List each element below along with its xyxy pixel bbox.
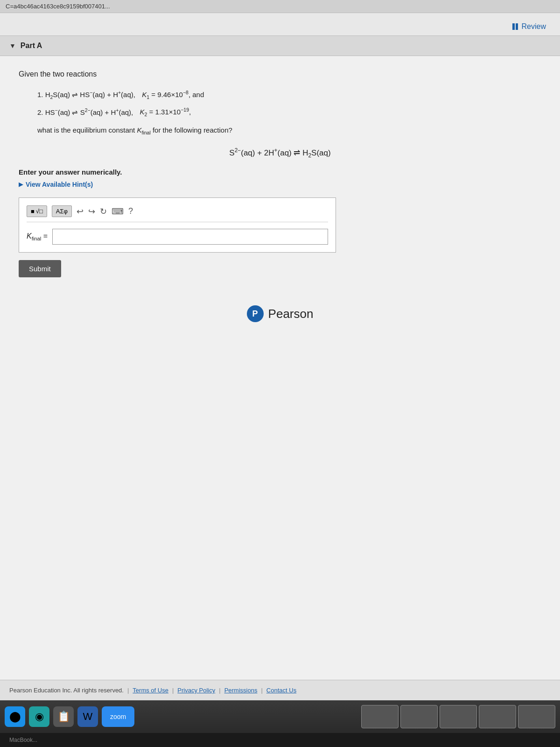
taskbar-thumb-1[interactable]	[361, 705, 399, 728]
footer-contact-link[interactable]: Contact Us	[266, 687, 296, 694]
enter-answer-label: Enter your answer numerically.	[19, 168, 541, 176]
part-toggle[interactable]: ▼	[9, 42, 16, 49]
taskbar-previews	[361, 705, 555, 728]
taskbar-finder-icon[interactable]: ⬤	[5, 706, 25, 727]
sqrt-label: √□	[36, 208, 43, 215]
taskbar-zoom-icon[interactable]: zoom	[102, 706, 134, 727]
macbook-label: MacBook...	[9, 737, 37, 743]
taskbar-thumb-3[interactable]	[440, 705, 477, 728]
answer-box: ■ √□ AΣφ ↩ ↪ ↻ ⌨ ? Kfinal =	[19, 197, 336, 253]
part-header: ▼ Part A	[0, 35, 560, 56]
footer-privacy-link[interactable]: Privacy Policy	[177, 687, 215, 694]
help-button[interactable]: ?	[128, 206, 133, 216]
ase-label: AΣφ	[56, 208, 68, 215]
reaction-2: 2. HS−(aq) ⇌ S2−(aq) + H+(aq), K2 = 1.31…	[37, 105, 541, 120]
taskbar-thumb-4[interactable]	[479, 705, 516, 728]
what-question: what is the equilibrium constant Kfinal …	[37, 123, 541, 138]
reaction-1: 1. H2S(aq) ⇌ HS−(aq) + H+(aq), K1 = 9.46…	[37, 88, 541, 102]
footer-permissions-link[interactable]: Permissions	[224, 687, 258, 694]
review-bar: Review	[0, 13, 560, 35]
undo-button[interactable]: ↩	[77, 206, 84, 217]
reaction1-num: 1. H2S(aq) ⇌ HS−(aq) + H+(aq),	[37, 88, 139, 102]
k-final-input[interactable]	[52, 229, 328, 245]
view-hint[interactable]: ▶ View Available Hint(s)	[19, 181, 541, 188]
footer: Pearson Education Inc. All rights reserv…	[0, 680, 560, 700]
ase-button[interactable]: AΣφ	[52, 205, 72, 217]
hint-label: View Available Hint(s)	[26, 181, 93, 188]
pearson-logo-icon: P	[247, 305, 264, 322]
redo-button[interactable]: ↪	[88, 206, 95, 217]
sqrt-icon: ■	[31, 208, 35, 215]
submit-button[interactable]: Submit	[19, 260, 61, 277]
footer-sep1: |	[127, 687, 129, 694]
taskbar: ⬤ ◉ 📋 W zoom	[0, 700, 560, 733]
taskbar-word-icon[interactable]: W	[77, 706, 98, 727]
refresh-button[interactable]: ↻	[100, 206, 107, 217]
taskbar-right	[361, 705, 555, 728]
review-button[interactable]: Review	[512, 22, 546, 31]
k-label: Kfinal =	[27, 232, 48, 241]
taskbar-thumb-2[interactable]	[400, 705, 438, 728]
pearson-name: Pearson	[268, 307, 314, 321]
footer-sep2: |	[172, 687, 174, 694]
k-final-row: Kfinal =	[27, 229, 328, 245]
main-content: Review ▼ Part A Given the two reactions …	[0, 13, 560, 747]
footer-copyright: Pearson Education Inc. All rights reserv…	[9, 687, 124, 694]
hint-arrow-icon: ▶	[19, 181, 23, 188]
reaction2-k: K2 = 1.31×10−19,	[140, 105, 191, 120]
keyboard-button[interactable]: ⌨	[112, 206, 124, 217]
footer-terms-link[interactable]: Terms of Use	[133, 687, 168, 694]
review-icon	[512, 23, 518, 30]
question-area: Given the two reactions 1. H2S(aq) ⇌ HS−…	[0, 56, 560, 680]
footer-sep3: |	[219, 687, 220, 694]
given-text: Given the two reactions	[19, 70, 541, 78]
taskbar-chrome-icon[interactable]: ◉	[29, 706, 49, 727]
part-title: Part A	[21, 42, 42, 50]
reaction1-k: K1 = 9.46×10−8, and	[142, 88, 204, 102]
reactions-block: 1. H2S(aq) ⇌ HS−(aq) + H+(aq), K1 = 9.46…	[37, 88, 541, 138]
toolbar: ■ √□ AΣφ ↩ ↪ ↻ ⌨ ?	[27, 205, 328, 222]
review-label: Review	[522, 22, 546, 31]
url-bar: C=a4bc46ac4163ce8c9159bf007401...	[0, 0, 560, 13]
taskbar-thumb-5[interactable]	[518, 705, 555, 728]
reaction2-eq: 2. HS−(aq) ⇌ S2−(aq) + H+(aq),	[37, 106, 137, 120]
macbook-bar: MacBook...	[0, 733, 560, 747]
footer-sep4: |	[261, 687, 262, 694]
equilibrium-reaction: S2−(aq) + 2H+(aq) ⇌ H2S(aq)	[19, 147, 541, 159]
sqrt-button[interactable]: ■ √□	[27, 205, 47, 217]
pearson-logo-area: P Pearson	[19, 291, 541, 331]
taskbar-app1-icon[interactable]: 📋	[53, 706, 74, 727]
